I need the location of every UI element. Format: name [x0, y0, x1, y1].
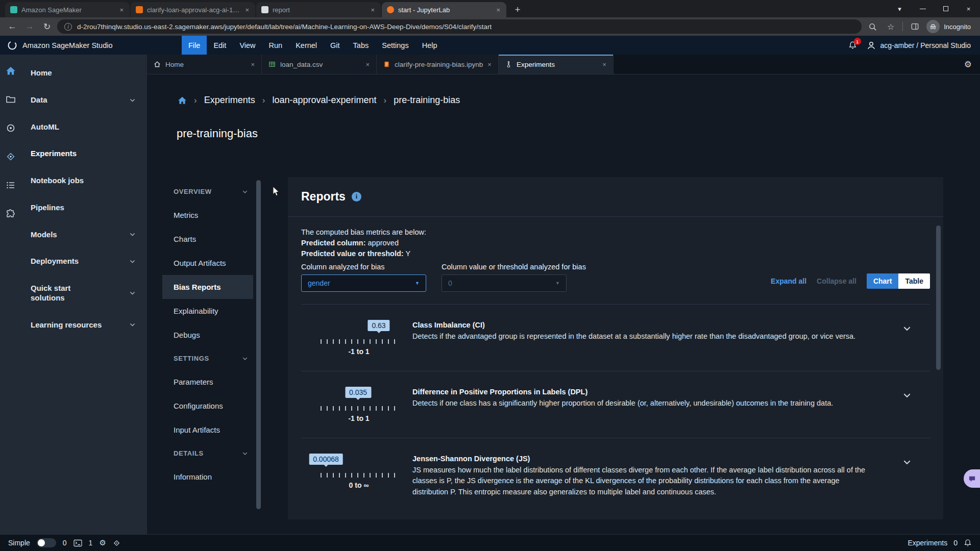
sidebar-item-deployments[interactable]: Deployments: [24, 248, 147, 275]
table-view-button[interactable]: Table: [898, 273, 930, 289]
home-icon[interactable]: [178, 96, 187, 105]
experiments-diamond-icon[interactable]: [6, 152, 16, 162]
subnav-item-metrics[interactable]: Metrics: [162, 203, 253, 227]
browser-tab-clarify[interactable]: clarify-loan-approval-acg-ai-122 ×: [131, 2, 255, 17]
subnav-item-bias-reports[interactable]: Bias Reports: [162, 275, 253, 299]
browser-tab-jupyterlab[interactable]: start - JupyterLab ×: [382, 2, 506, 17]
list-icon[interactable]: [6, 180, 16, 190]
statusbar-experiments-label[interactable]: Experiments: [908, 539, 947, 547]
tab-close-icon[interactable]: ×: [495, 6, 501, 14]
collapse-all-button[interactable]: Collapse all: [817, 277, 856, 285]
reports-header: Reports i: [288, 177, 943, 217]
tab-close-icon[interactable]: ×: [244, 6, 250, 14]
minimize-button[interactable]: [911, 0, 934, 17]
menu-edit[interactable]: Edit: [207, 36, 233, 55]
info-icon[interactable]: i: [352, 192, 361, 202]
chevron-down-icon: [129, 231, 136, 238]
subnav-item-input-artifacts[interactable]: Input Artifacts: [162, 418, 253, 442]
sidebar-item-automl[interactable]: AutoML: [24, 114, 147, 141]
chevron-down-icon[interactable]: [902, 324, 912, 333]
reload-icon[interactable]: ↻: [40, 21, 54, 32]
content-scrollbar[interactable]: [256, 180, 261, 509]
menu-view[interactable]: View: [233, 36, 262, 55]
sidebar-item-home[interactable]: Home: [24, 60, 147, 87]
menu-tabs[interactable]: Tabs: [347, 36, 376, 55]
doc-tab-notebook[interactable]: clarify-pre-training-bias.ipynb ×: [377, 55, 499, 74]
studio-sidebar: Home Data AutoML Experiments Notebook jo…: [0, 55, 147, 534]
subnav-section-details[interactable]: DETAILS: [162, 442, 253, 465]
subnav-section-overview[interactable]: OVERVIEW: [162, 180, 253, 203]
menu-git[interactable]: Git: [324, 36, 347, 55]
sidebar-item-quick-start[interactable]: Quick start solutions: [24, 275, 147, 312]
notifications-button[interactable]: 1: [848, 41, 857, 49]
maximize-button[interactable]: [934, 0, 957, 17]
site-info-icon[interactable]: i: [64, 23, 72, 31]
automl-icon[interactable]: [6, 123, 16, 133]
menu-kernel[interactable]: Kernel: [289, 36, 324, 55]
doc-tab-loan-data[interactable]: loan_data.csv ×: [262, 55, 377, 74]
gear-icon[interactable]: ⚙: [964, 55, 972, 74]
tab-close-icon[interactable]: ×: [602, 61, 606, 68]
browser-tab-report[interactable]: report ×: [256, 2, 381, 17]
breadcrumb-experiment-name[interactable]: loan-approval-experiment: [272, 95, 376, 106]
bell-icon[interactable]: [964, 539, 972, 547]
side-panel-icon[interactable]: [907, 22, 922, 31]
sidebar-item-data[interactable]: Data: [24, 87, 147, 114]
sidebar-item-models[interactable]: Models: [24, 221, 147, 248]
doc-tab-home[interactable]: Home ×: [147, 55, 262, 74]
metric-expand[interactable]: [889, 387, 925, 422]
new-tab-button[interactable]: +: [510, 3, 525, 17]
bias-value-select[interactable]: 0 ▼: [442, 274, 567, 292]
bookmark-star-icon[interactable]: ☆: [883, 22, 898, 32]
reports-scrollbar[interactable]: [936, 226, 941, 370]
folder-icon[interactable]: [6, 94, 16, 105]
forward-icon[interactable]: →: [22, 21, 37, 32]
subnav-item-configurations[interactable]: Configurations: [162, 394, 253, 418]
chevron-down-icon[interactable]: [902, 391, 912, 400]
home-icon[interactable]: [6, 66, 16, 76]
menu-help[interactable]: Help: [415, 36, 444, 55]
simple-mode-toggle[interactable]: [37, 538, 56, 547]
subnav-item-explainability[interactable]: Explainability: [162, 299, 253, 323]
subnav-item-parameters[interactable]: Parameters: [162, 370, 253, 394]
metric-expand[interactable]: [889, 454, 925, 497]
tab-close-icon[interactable]: ×: [370, 6, 376, 14]
extensions-puzzle-icon[interactable]: [6, 209, 16, 219]
sidebar-item-learning-resources[interactable]: Learning resources: [24, 312, 147, 339]
gear-icon[interactable]: ⚙: [99, 538, 106, 547]
tab-close-icon[interactable]: ×: [118, 6, 125, 14]
url-text[interactable]: d-2rou7thinqlw.studio.us-east-2.sagemake…: [77, 23, 492, 31]
chevron-down-icon[interactable]: [902, 458, 912, 467]
tab-search-icon[interactable]: ▾: [888, 0, 911, 17]
subnav-item-charts[interactable]: Charts: [162, 227, 253, 251]
terminal-icon[interactable]: [74, 539, 82, 547]
tab-close-icon[interactable]: ×: [487, 61, 492, 68]
breadcrumb-experiments[interactable]: Experiments: [204, 95, 255, 106]
menu-settings[interactable]: Settings: [375, 36, 415, 55]
zoom-icon[interactable]: [865, 22, 880, 31]
sidebar-item-pipelines[interactable]: Pipelines: [24, 194, 147, 221]
metric-expand[interactable]: [889, 320, 925, 356]
chat-button[interactable]: [964, 469, 980, 488]
subnav-item-information[interactable]: Information: [162, 465, 253, 489]
account-menu[interactable]: acg-amber / Personal Studio: [866, 40, 971, 51]
subnav-item-output-artifacts[interactable]: Output Artifacts: [162, 251, 253, 275]
bias-column-select[interactable]: gender ▼: [301, 274, 426, 292]
close-window-button[interactable]: ×: [957, 0, 980, 17]
tab-close-icon[interactable]: ×: [365, 61, 370, 68]
menu-run[interactable]: Run: [262, 36, 289, 55]
sidebar-item-experiments[interactable]: Experiments: [24, 140, 147, 167]
predicted-column-line: Predicted column: approved: [301, 239, 930, 247]
doc-tab-experiments[interactable]: Experiments ×: [499, 55, 614, 74]
incognito-indicator[interactable]: Incognito: [925, 20, 975, 33]
menu-file[interactable]: File: [182, 36, 207, 55]
subnav-section-settings[interactable]: SETTINGS: [162, 347, 253, 370]
browser-tab-sagemaker[interactable]: Amazon SageMaker ×: [5, 2, 130, 17]
expand-all-button[interactable]: Expand all: [771, 277, 806, 285]
back-icon[interactable]: ←: [5, 21, 19, 32]
chart-view-button[interactable]: Chart: [867, 273, 899, 289]
sidebar-item-notebook-jobs[interactable]: Notebook jobs: [24, 167, 147, 194]
subnav-item-debugs[interactable]: Debugs: [162, 323, 253, 347]
address-bar[interactable]: i d-2rou7thinqlw.studio.us-east-2.sagema…: [57, 19, 862, 34]
tab-close-icon[interactable]: ×: [251, 61, 255, 68]
